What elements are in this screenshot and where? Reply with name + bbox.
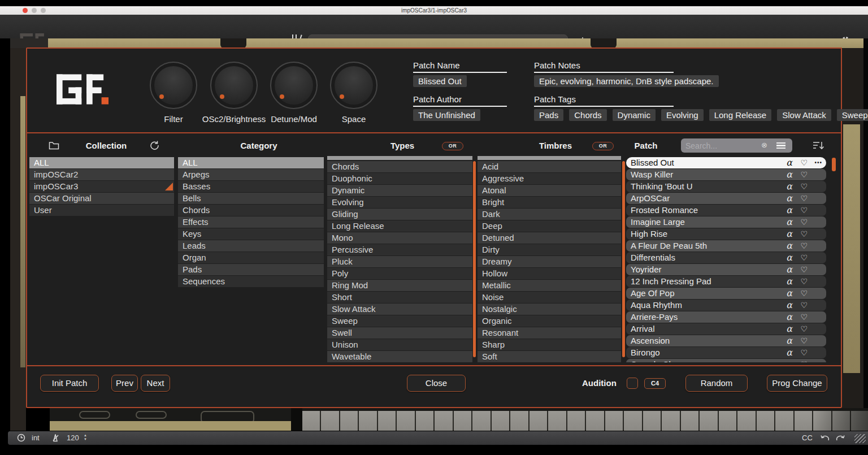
prev-button[interactable]: Prev	[111, 375, 138, 392]
favorite-heart-icon[interactable]: ♡	[800, 205, 808, 216]
alpha-badge-icon[interactable]: α	[786, 300, 792, 311]
resize-grip[interactable]	[854, 434, 866, 443]
redo-icon[interactable]	[836, 434, 845, 442]
category-row[interactable]: Pads	[178, 264, 324, 275]
type-row[interactable]: Unison	[327, 339, 472, 350]
timbre-row[interactable]: Dreamy	[478, 256, 621, 267]
type-row[interactable]: Dynamic	[327, 185, 472, 196]
patch-tag-chip[interactable]: Pads	[534, 109, 563, 121]
alpha-badge-icon[interactable]: α	[786, 240, 792, 252]
collection-row[interactable]: ALL	[29, 157, 174, 168]
favorite-heart-icon[interactable]: ♡	[800, 157, 808, 168]
patch-row[interactable]: Imagine Large α ♡ •••	[626, 216, 826, 228]
alpha-badge-icon[interactable]: α	[786, 205, 792, 216]
alpha-badge-icon[interactable]: α	[786, 311, 792, 323]
alpha-badge-icon[interactable]: α	[786, 169, 792, 180]
patch-row[interactable]: A Fleur De Peau 5th α ♡ •••	[626, 240, 826, 252]
alpha-badge-icon[interactable]: α	[786, 323, 792, 335]
prog-change-button[interactable]: Prog Change	[767, 375, 827, 392]
collection-row[interactable]: impOSCar3	[29, 181, 174, 192]
type-row[interactable]: Evolving	[327, 197, 472, 208]
type-row[interactable]: Wavetable	[327, 351, 472, 362]
patch-tag-chip[interactable]: Chords	[569, 109, 606, 121]
folder-icon[interactable]	[49, 141, 59, 150]
favorite-heart-icon[interactable]: ♡	[800, 311, 808, 323]
audition-note-button[interactable]: C4	[644, 378, 666, 389]
favorite-heart-icon[interactable]: ♡	[800, 359, 808, 362]
timbre-row[interactable]: Sharp	[478, 339, 621, 350]
timbre-row[interactable]: Nostalgic	[478, 304, 621, 315]
refresh-icon[interactable]	[149, 140, 159, 150]
favorite-heart-icon[interactable]: ♡	[800, 181, 808, 192]
patch-row[interactable]: Aqua Rhythm α ♡ •••	[626, 300, 826, 311]
timbre-row[interactable]: Bright	[478, 197, 621, 208]
patch-tag-chip[interactable]: Sweep	[837, 109, 868, 121]
init-patch-button[interactable]: Init Patch	[40, 375, 99, 392]
alpha-badge-icon[interactable]: α	[786, 252, 792, 263]
timbre-row[interactable]: Detuned	[478, 232, 621, 244]
favorite-heart-icon[interactable]: ♡	[800, 193, 808, 204]
alpha-badge-icon[interactable]: α	[786, 288, 792, 299]
timbres-scrolled-all-row[interactable]	[478, 156, 621, 160]
favorite-heart-icon[interactable]: ♡	[800, 335, 808, 346]
favorite-heart-icon[interactable]: ♡	[800, 169, 808, 180]
patch-row[interactable]: Birongo α ♡ •••	[626, 347, 826, 358]
patch-tag-chip[interactable]: Slow Attack	[777, 109, 831, 121]
type-row[interactable]: Ring Mod	[327, 280, 472, 291]
sort-icon[interactable]	[813, 141, 824, 150]
favorite-heart-icon[interactable]: ♡	[800, 347, 808, 358]
collection-row[interactable]: User	[29, 205, 174, 216]
category-row[interactable]: Effects	[178, 216, 324, 228]
timbre-row[interactable]: Noise	[478, 292, 621, 303]
sync-mode[interactable]: int	[32, 434, 40, 442]
favorite-heart-icon[interactable]: ♡	[800, 228, 808, 240]
type-row[interactable]: Chords	[327, 161, 472, 172]
type-row[interactable]: Pluck	[327, 256, 472, 267]
timbre-row[interactable]: Aggressive	[478, 173, 621, 184]
piano-keyboard[interactable]	[302, 408, 868, 431]
patch-row[interactable]: High Rise α ♡ •••	[626, 228, 826, 240]
types-or-toggle[interactable]: OR	[442, 142, 463, 150]
collection-row[interactable]: impOSCar2	[29, 169, 174, 180]
patch-row[interactable]: 12 Inch Pressing Pad α ♡ •••	[626, 276, 826, 287]
favorite-heart-icon[interactable]: ♡	[800, 300, 808, 311]
category-row[interactable]: Basses	[178, 181, 324, 192]
patch-row[interactable]: Thinking 'Bout U α ♡ •••	[626, 181, 826, 192]
type-row[interactable]: Poly	[327, 268, 472, 279]
search-input[interactable]	[685, 138, 753, 153]
osc2-brightness-knob[interactable]	[210, 62, 258, 109]
timbre-row[interactable]: Deep	[478, 220, 621, 232]
category-row[interactable]: Arpegs	[178, 169, 324, 180]
types-scrolled-all-row[interactable]	[327, 156, 472, 160]
favorite-heart-icon[interactable]: ♡	[800, 288, 808, 299]
search-clear-icon[interactable]: ⊗	[761, 141, 767, 149]
alpha-badge-icon[interactable]: α	[786, 276, 792, 287]
tempo-down-icon[interactable]: ▼	[84, 438, 87, 441]
timbres-or-toggle[interactable]: OR	[592, 142, 614, 150]
type-row[interactable]: Duophonic	[327, 173, 472, 184]
favorite-heart-icon[interactable]: ♡	[800, 252, 808, 263]
detune-mod-knob[interactable]	[270, 62, 318, 109]
timbre-row[interactable]: Dark	[478, 209, 621, 220]
tempo-value[interactable]: 120	[67, 434, 79, 442]
favorite-heart-icon[interactable]: ♡	[800, 240, 808, 252]
patch-tag-chip[interactable]: Long Release	[709, 109, 772, 121]
category-row[interactable]: Sequences	[178, 276, 324, 287]
timbre-row[interactable]: Soft	[478, 351, 621, 362]
patch-row[interactable]: Age Of Pop α ♡ •••	[626, 288, 826, 299]
timbre-row[interactable]: Metallic	[478, 280, 621, 291]
alpha-badge-icon[interactable]: α	[786, 264, 792, 275]
timbre-row[interactable]: Acid	[478, 161, 621, 172]
timbre-row[interactable]: Resonant	[478, 327, 621, 339]
more-options-icon[interactable]: •••	[814, 157, 822, 168]
patch-row[interactable]: Wasp Killer α ♡ •••	[626, 169, 826, 180]
type-row[interactable]: Sweep	[327, 315, 472, 327]
patch-tag-chip[interactable]: Evolving	[661, 109, 704, 121]
patch-row[interactable]: Frosted Romance α ♡ •••	[626, 205, 826, 216]
next-button[interactable]: Next	[141, 375, 170, 392]
alpha-badge-icon[interactable]: α	[786, 347, 792, 358]
type-row[interactable]: Mono	[327, 232, 472, 244]
type-row[interactable]: Percussive	[327, 244, 472, 255]
category-row[interactable]: Chords	[178, 205, 324, 216]
favorite-heart-icon[interactable]: ♡	[800, 323, 808, 335]
